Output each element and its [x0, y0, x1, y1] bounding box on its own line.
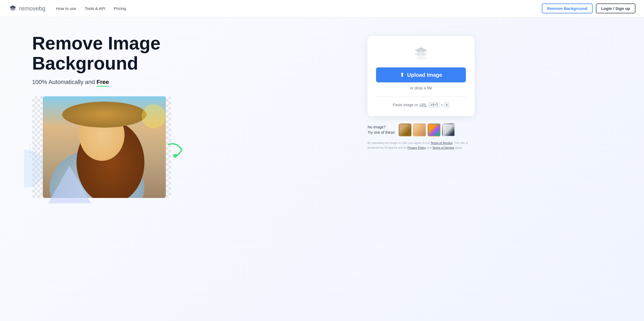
hero-subtitle: 100% Automatically and Free	[32, 79, 357, 86]
terms-text: By uploading an image or URL you agree t…	[367, 141, 474, 150]
upload-icon-area	[376, 47, 466, 60]
circle-decoration	[142, 104, 166, 128]
keyboard-shortcut: ctrl + v	[428, 102, 449, 108]
logo-text: removebg	[19, 5, 45, 12]
logo-icon	[9, 5, 17, 12]
kbd-v: v	[444, 102, 449, 108]
dot	[44, 148, 45, 149]
dot	[29, 156, 30, 157]
hero-left: Remove Image Background 100% Automatical…	[32, 33, 357, 198]
upload-button-label: Upload Image	[407, 72, 442, 78]
sample-thumb-3[interactable]	[428, 124, 440, 136]
upload-card: ⬆ Upload Image or drop a file Paste imag…	[367, 36, 474, 116]
dot	[39, 148, 40, 149]
hero-title: Remove Image Background	[32, 33, 357, 73]
hero-section: Remove Image Background 100% Automatical…	[0, 17, 644, 321]
paste-area: Paste image or URL ctrl + v	[376, 102, 466, 108]
dot	[29, 152, 30, 153]
dot	[34, 156, 35, 157]
green-arrow-icon	[166, 139, 187, 160]
dot	[39, 156, 40, 157]
logo[interactable]: removebg	[9, 5, 45, 12]
dot-grid	[29, 144, 51, 157]
dot	[49, 152, 50, 153]
svg-marker-3	[172, 154, 177, 158]
terms-of-service-link-2[interactable]: Terms of Service	[432, 146, 454, 149]
sample-label: No image? Try one of these:	[367, 125, 396, 135]
nav-link-how-to-use[interactable]: How to use	[56, 6, 76, 11]
dot	[34, 152, 35, 153]
demo-image-container	[32, 96, 171, 198]
navbar: removebg How to use Tools & API Pricing …	[0, 0, 644, 17]
sample-images-list	[399, 124, 455, 136]
sample-thumb-2[interactable]	[413, 124, 426, 136]
triangle-decoration	[48, 166, 91, 203]
kbd-plus: +	[441, 103, 443, 107]
terms-of-service-link-1[interactable]: Terms of Service	[431, 141, 453, 144]
svg-marker-6	[415, 55, 427, 60]
sample-thumb-4[interactable]	[442, 124, 455, 136]
remove-background-button[interactable]: Remove Background	[542, 3, 593, 13]
dot	[34, 144, 35, 146]
dot	[39, 144, 40, 146]
dot	[39, 152, 40, 153]
dot	[49, 148, 50, 149]
upload-icon: ⬆	[400, 72, 404, 78]
dot	[49, 156, 50, 157]
dot	[29, 148, 30, 149]
dot	[44, 156, 45, 157]
layers-icon	[413, 47, 429, 60]
drop-file-text: or drop a file	[376, 86, 466, 90]
dot	[44, 152, 45, 153]
privacy-policy-link[interactable]: Privacy Policy	[408, 146, 426, 149]
sample-images-area: No image? Try one of these:	[367, 124, 605, 136]
divider	[374, 97, 468, 97]
dot	[44, 144, 45, 146]
nav-link-tools-api[interactable]: Tools & API	[85, 6, 105, 11]
nav-link-pricing[interactable]: Pricing	[114, 6, 126, 11]
upload-image-button[interactable]: ⬆ Upload Image	[376, 67, 466, 82]
kbd-ctrl: ctrl	[428, 102, 440, 108]
arrow-container	[166, 139, 187, 162]
sample-thumb-1[interactable]	[399, 124, 412, 136]
navbar-left: removebg How to use Tools & API Pricing	[9, 5, 126, 12]
nav-links: How to use Tools & API Pricing	[56, 6, 126, 11]
navbar-right: Remove Background Login / Sign up	[542, 3, 635, 13]
login-signup-button[interactable]: Login / Sign up	[596, 3, 635, 13]
dot	[49, 144, 50, 146]
dot	[34, 148, 35, 149]
url-link[interactable]: URL	[419, 103, 427, 107]
paste-prefix-text: Paste image or	[393, 103, 418, 107]
dots-decoration	[29, 144, 51, 177]
hero-right: ⬆ Upload Image or drop a file Paste imag…	[357, 33, 605, 150]
dot	[29, 144, 30, 146]
